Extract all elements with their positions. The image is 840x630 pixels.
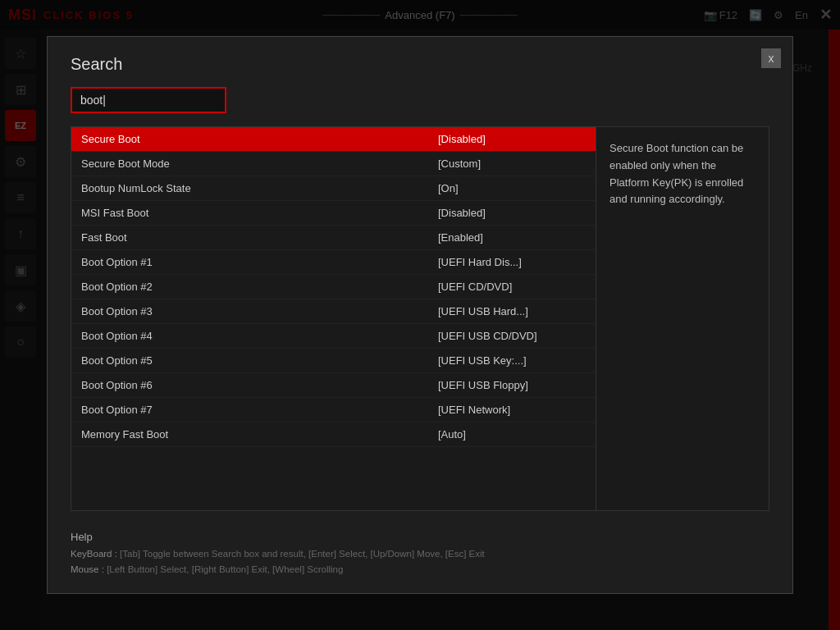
search-input[interactable] [71,87,226,113]
result-row-2[interactable]: Bootup NumLock State[On] [71,176,596,201]
result-name-0: Secure Boot [81,133,438,145]
result-row-10[interactable]: Boot Option #6[UEFI USB Floppy] [71,373,596,398]
result-row-12[interactable]: Memory Fast Boot[Auto] [71,422,596,447]
result-row-9[interactable]: Boot Option #5[UEFI USB Key:...] [71,349,596,373]
search-input-wrapper [71,87,769,113]
result-value-3: [Disabled] [438,207,586,219]
result-name-7: Boot Option #3 [81,305,438,317]
mouse-text: [Left Button] Select, [Right Button] Exi… [107,564,343,574]
result-name-5: Boot Option #1 [81,256,438,268]
result-name-2: Bootup NumLock State [81,182,438,194]
result-value-9: [UEFI USB Key:...] [438,354,586,367]
result-row-3[interactable]: MSI Fast Boot[Disabled] [71,201,596,226]
result-value-1: [Custom] [438,158,586,170]
result-name-3: MSI Fast Boot [81,207,438,219]
results-list: Secure Boot[Disabled]Secure Boot Mode[Cu… [71,127,596,510]
modal-close-button[interactable]: x [761,48,781,68]
description-text: Secure Boot function can be enabled only… [609,142,743,205]
result-value-2: [On] [438,182,586,194]
help-title: Help [71,531,769,543]
result-value-4: [Enabled] [438,231,586,244]
result-name-6: Boot Option #2 [81,281,438,293]
result-row-1[interactable]: Secure Boot Mode[Custom] [71,152,596,176]
result-value-10: [UEFI USB Floppy] [438,379,586,391]
help-section: Help KeyBoard : [Tab] Toggle between Sea… [71,523,769,578]
keyboard-text: [Tab] Toggle between Search box and resu… [120,549,485,559]
result-row-4[interactable]: Fast Boot[Enabled] [71,226,596,250]
result-value-12: [Auto] [438,428,586,441]
keyboard-label: KeyBoard : [71,549,117,559]
result-row-6[interactable]: Boot Option #2[UEFI CD/DVD] [71,275,596,299]
results-area: Secure Boot[Disabled]Secure Boot Mode[Cu… [71,126,769,511]
result-name-4: Fast Boot [81,231,438,244]
mouse-label: Mouse : [71,564,104,574]
description-panel: Secure Boot function can be enabled only… [596,127,769,510]
result-value-8: [UEFI USB CD/DVD] [438,330,586,342]
help-mouse: Mouse : [Left Button] Select, [Right But… [71,562,769,578]
result-name-11: Boot Option #7 [81,404,438,416]
result-name-12: Memory Fast Boot [81,428,438,441]
result-row-7[interactable]: Boot Option #3[UEFI USB Hard...] [71,299,596,324]
modal-overlay: Search x Secure Boot[Disabled]Secure Boo… [0,0,840,630]
search-modal: Search x Secure Boot[Disabled]Secure Boo… [47,36,793,594]
result-value-5: [UEFI Hard Dis...] [438,256,586,268]
help-keyboard: KeyBoard : [Tab] Toggle between Search b… [71,546,769,563]
result-row-0[interactable]: Secure Boot[Disabled] [71,127,596,152]
result-value-6: [UEFI CD/DVD] [438,281,586,293]
result-value-7: [UEFI USB Hard...] [438,305,586,317]
result-row-5[interactable]: Boot Option #1[UEFI Hard Dis...] [71,250,596,275]
result-value-11: [UEFI Network] [438,404,586,416]
modal-title: Search [71,55,769,74]
result-value-0: [Disabled] [438,133,586,145]
result-name-10: Boot Option #6 [81,379,438,391]
result-name-8: Boot Option #4 [81,330,438,342]
result-name-1: Secure Boot Mode [81,158,438,170]
result-name-9: Boot Option #5 [81,354,438,367]
result-row-11[interactable]: Boot Option #7[UEFI Network] [71,398,596,422]
result-row-8[interactable]: Boot Option #4[UEFI USB CD/DVD] [71,324,596,349]
